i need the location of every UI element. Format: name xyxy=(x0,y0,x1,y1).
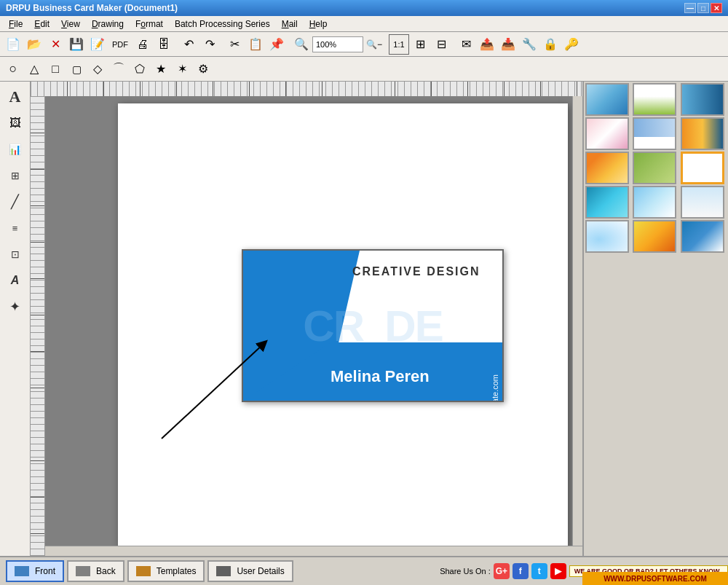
grid2-button[interactable]: ⊟ xyxy=(431,34,451,55)
window-title: DRPU Business Card Maker (Document1) xyxy=(6,3,178,13)
qr-tool[interactable]: ⊞ xyxy=(3,163,28,188)
triangle-tool[interactable]: △ xyxy=(24,59,44,79)
card-watermark: CR DE xyxy=(303,301,442,351)
open-button[interactable]: 📂 xyxy=(24,34,44,55)
copy-button[interactable]: 📋 xyxy=(245,34,266,55)
templates-button[interactable]: Templates xyxy=(127,560,205,582)
close-button[interactable]: ✕ xyxy=(711,3,722,13)
sep1 xyxy=(175,34,178,55)
import-button[interactable]: 📥 xyxy=(498,34,518,55)
front-label: Front xyxy=(35,566,55,576)
line-tool[interactable]: ╱ xyxy=(3,189,28,214)
fitpage-button[interactable]: 1:1 xyxy=(389,34,409,55)
youtube-icon[interactable]: ▶ xyxy=(550,563,566,579)
roundrect-tool[interactable]: ▢ xyxy=(66,59,87,79)
grid-button[interactable]: ⊞ xyxy=(410,34,430,55)
zoom-out-btn[interactable]: 🔍− xyxy=(364,34,384,55)
template-14[interactable] xyxy=(633,220,676,253)
sep4 xyxy=(385,34,388,55)
tool1-button[interactable]: 🔧 xyxy=(519,34,539,55)
page-canvas[interactable]: CR DE CREATIVE DESIGN Melina Peren peren… xyxy=(118,103,568,549)
vertical-scrollbar[interactable] xyxy=(572,96,582,546)
saveas-button[interactable]: 📝 xyxy=(87,34,108,55)
textA-tool[interactable]: A xyxy=(3,268,28,293)
horizontal-scrollbar[interactable] xyxy=(45,546,582,556)
star5-tool[interactable]: ★ xyxy=(151,59,171,79)
new-button[interactable]: 📄 xyxy=(3,34,23,55)
diamond-tool[interactable]: ◇ xyxy=(87,59,108,79)
menu-drawing[interactable]: Drawing xyxy=(86,17,130,31)
barcode-tool[interactable]: 📊 xyxy=(3,137,28,162)
undo-button[interactable]: ↶ xyxy=(178,34,199,55)
back-icon xyxy=(76,566,90,576)
zoom-in-btn[interactable]: 🔍 xyxy=(291,34,312,55)
template-10[interactable] xyxy=(585,186,629,219)
template-9[interactable] xyxy=(681,152,724,184)
rectangle-tool[interactable]: □ xyxy=(45,59,66,79)
sep5 xyxy=(452,34,455,55)
svg-line-1 xyxy=(162,344,264,439)
savepdf-button[interactable]: PDF xyxy=(108,34,132,55)
user-details-label: User Details xyxy=(237,566,284,576)
save-button[interactable]: 💾 xyxy=(66,34,87,55)
card-email: peren@create.com xyxy=(491,374,499,402)
menu-view[interactable]: View xyxy=(55,17,86,31)
db-button[interactable]: 🗄 xyxy=(154,34,174,55)
template-1[interactable] xyxy=(585,83,629,116)
template-13[interactable] xyxy=(585,220,629,253)
close-button-tb[interactable]: ✕ xyxy=(45,34,66,55)
shape-toolbar: ○ △ □ ▢ ◇ ⌒ ⬠ ★ ✶ ⚙ xyxy=(0,57,728,82)
minimize-button[interactable]: — xyxy=(684,3,696,13)
template-7[interactable] xyxy=(585,152,629,184)
gear-tool[interactable]: ⚙ xyxy=(193,59,213,79)
table-tool[interactable]: ⊡ xyxy=(3,242,28,267)
template-3[interactable] xyxy=(681,83,724,116)
pentagon-tool[interactable]: ⬠ xyxy=(130,59,150,79)
sep3 xyxy=(288,34,290,55)
text-tool[interactable]: A xyxy=(3,85,28,109)
user-details-button[interactable]: User Details xyxy=(207,560,293,582)
front-icon xyxy=(15,566,29,576)
print-button[interactable]: 🖨 xyxy=(132,34,153,55)
front-button[interactable]: Front xyxy=(6,560,64,582)
menu-help[interactable]: Help xyxy=(304,17,333,31)
template-12[interactable] xyxy=(681,186,724,219)
google-icon[interactable]: G+ xyxy=(494,563,510,579)
maximize-button[interactable]: □ xyxy=(697,3,709,13)
template-6[interactable] xyxy=(681,117,724,150)
template-5[interactable] xyxy=(633,117,676,150)
website-badge: WWW.DRPUSOFTWARE.COM xyxy=(582,572,728,585)
zoom-input[interactable]: 100% xyxy=(312,36,363,52)
redo-button[interactable]: ↷ xyxy=(199,34,220,55)
image-tool[interactable]: 🖼 xyxy=(3,111,28,136)
template-2[interactable] xyxy=(633,83,676,116)
cut-button[interactable]: ✂ xyxy=(224,34,245,55)
tool2-button[interactable]: 🔒 xyxy=(540,34,561,55)
twitter-icon[interactable]: t xyxy=(531,563,547,579)
template-15[interactable] xyxy=(681,220,724,253)
menu-file[interactable]: File xyxy=(3,17,28,31)
facebook-icon[interactable]: f xyxy=(513,563,529,579)
menubar: File Edit View Drawing Format Batch Proc… xyxy=(0,16,728,32)
template-8[interactable] xyxy=(633,152,676,184)
card-creative-text: CREATIVE DESIGN xyxy=(352,265,480,278)
star6-tool[interactable]: ✶ xyxy=(172,59,192,79)
card-name: Melina Peren xyxy=(331,367,430,386)
star-tool[interactable]: ✦ xyxy=(3,294,28,319)
mail-button[interactable]: ✉ xyxy=(456,34,476,55)
menu-batch[interactable]: Batch Processing Series xyxy=(169,17,276,31)
back-button[interactable]: Back xyxy=(67,560,124,582)
left-toolbar: A 🖼 📊 ⊞ ╱ ≡ ⊡ A ✦ xyxy=(0,82,31,556)
canvas-area[interactable]: CR DE CREATIVE DESIGN Melina Peren peren… xyxy=(45,96,582,556)
template-11[interactable] xyxy=(633,186,676,219)
ellipse-tool[interactable]: ○ xyxy=(3,59,23,79)
bullet-tool[interactable]: ≡ xyxy=(3,216,28,240)
menu-mail[interactable]: Mail xyxy=(276,17,304,31)
export-button[interactable]: 📤 xyxy=(477,34,497,55)
tool3-button[interactable]: 🔑 xyxy=(561,34,582,55)
template-4[interactable] xyxy=(585,117,629,150)
paste-button[interactable]: 📌 xyxy=(266,34,287,55)
menu-edit[interactable]: Edit xyxy=(28,17,55,31)
menu-format[interactable]: Format xyxy=(130,17,169,31)
arc-tool[interactable]: ⌒ xyxy=(108,59,129,79)
